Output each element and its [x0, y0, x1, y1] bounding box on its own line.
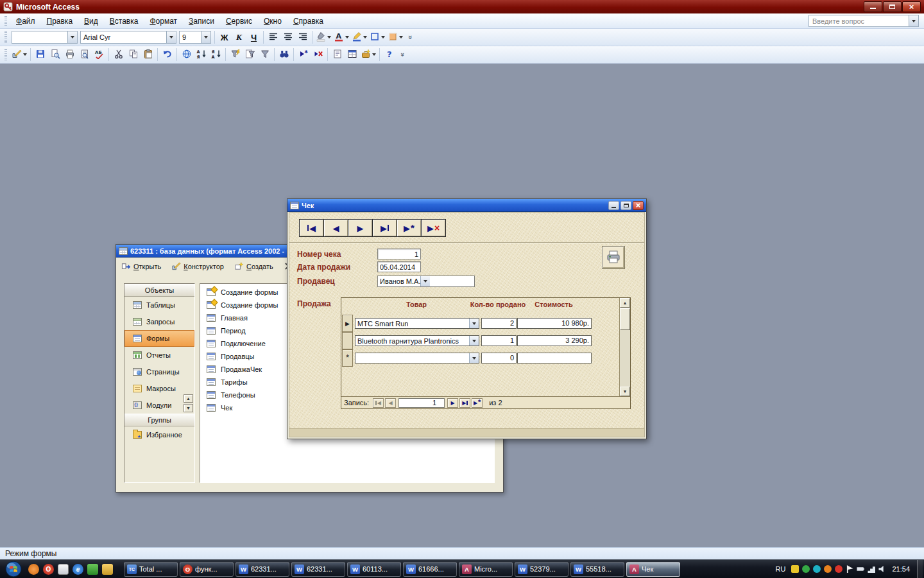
product-combo[interactable]: МТС Smart Run	[355, 318, 479, 329]
chevron-down-icon[interactable]	[469, 353, 479, 363]
taskbar-button-word-3[interactable]: 60113...	[347, 562, 401, 577]
chevron-down-icon[interactable]	[399, 36, 403, 39]
tray-status-icon-orange[interactable]	[824, 565, 832, 573]
title-bar[interactable]: Microsoft Access	[0, 0, 924, 13]
taskbar-button-total-commander[interactable]: Total ...	[124, 562, 178, 577]
line-color-button[interactable]	[350, 30, 368, 44]
record-selector[interactable]	[342, 332, 353, 349]
tray-status-icon-green[interactable]	[802, 565, 810, 573]
font-size-combo[interactable]: 9	[179, 31, 211, 44]
previous-record-button[interactable]	[323, 219, 348, 237]
help-button[interactable]: ?	[382, 48, 397, 62]
cut-button[interactable]	[111, 48, 126, 62]
object-selector-combo[interactable]	[12, 31, 78, 44]
product-combo[interactable]: Bluetooth гарнитура Plantronics	[355, 335, 479, 346]
chevron-down-icon[interactable]	[23, 53, 27, 56]
seller-combo[interactable]: Иванов М.А.	[377, 276, 475, 287]
filter-by-form-button[interactable]	[243, 48, 257, 62]
new-record-button[interactable]	[472, 398, 483, 408]
sidebar-item-forms[interactable]: Формы	[124, 330, 194, 347]
taskbar-button-opera[interactable]: функ...	[180, 562, 234, 577]
apply-filter-button[interactable]	[257, 48, 272, 62]
quick-launch-ie-icon[interactable]	[73, 564, 83, 575]
sidebar-item-reports[interactable]: Отчеты	[124, 347, 194, 363]
menu-records[interactable]: Записи	[183, 15, 220, 28]
taskbar-button-word-1[interactable]: 62331...	[235, 562, 289, 577]
sort-ascending-button[interactable]: АЯ	[194, 48, 209, 62]
chevron-down-icon[interactable]	[166, 31, 176, 43]
taskbar-button-word-5[interactable]: 52379...	[515, 562, 569, 577]
action-center-flag-icon[interactable]	[846, 565, 853, 573]
toolbar-grip[interactable]	[4, 31, 7, 43]
scrollbar-thumb[interactable]	[620, 308, 630, 330]
cost-field[interactable]: 3 290р.	[517, 335, 592, 346]
special-effect-button[interactable]	[386, 30, 404, 44]
font-color-button[interactable]: А	[332, 30, 350, 44]
taskbar-button-word-2[interactable]: 62331...	[291, 562, 345, 577]
font-name-combo[interactable]: Arial Cyr	[80, 31, 176, 44]
chevron-down-icon[interactable]	[327, 36, 331, 39]
sort-descending-button[interactable]: ЯА	[209, 48, 223, 62]
chevron-down-icon[interactable]	[381, 36, 385, 39]
sidebar-item-queries[interactable]: Запросы	[124, 313, 194, 330]
menu-window[interactable]: Окно	[258, 15, 287, 28]
new-object-button[interactable]	[359, 48, 377, 62]
delete-record-button[interactable]	[421, 219, 446, 237]
sidebar-item-favorites[interactable]: Избранное	[124, 426, 194, 443]
chevron-down-icon[interactable]	[909, 15, 918, 26]
subform-scrollbar[interactable]	[619, 298, 630, 396]
ask-question-input[interactable]: Введите вопрос	[809, 15, 919, 27]
chevron-down-icon[interactable]	[469, 319, 479, 328]
current-record-field[interactable]: 1	[398, 398, 445, 408]
clock[interactable]: 21:54	[892, 565, 910, 573]
insert-hyperlink-button[interactable]	[179, 48, 194, 62]
chevron-down-icon[interactable]	[345, 36, 349, 39]
properties-button[interactable]	[330, 48, 345, 62]
groups-header[interactable]: Группы	[124, 414, 194, 426]
line-width-button[interactable]	[368, 30, 386, 44]
chevron-down-icon[interactable]	[420, 276, 430, 286]
chevron-down-icon[interactable]	[201, 31, 210, 43]
cost-field[interactable]	[517, 353, 592, 363]
tray-alert-icon[interactable]	[835, 565, 843, 573]
next-record-button[interactable]	[447, 398, 458, 408]
quick-launch-folder-icon[interactable]	[102, 564, 113, 575]
record-selector-new[interactable]	[342, 349, 353, 367]
scroll-down-button[interactable]	[620, 387, 630, 396]
receipt-number-field[interactable]: 1	[377, 249, 421, 259]
first-record-button[interactable]	[373, 398, 384, 408]
minimize-button[interactable]	[608, 201, 619, 210]
volume-icon[interactable]	[878, 565, 886, 573]
last-record-button[interactable]	[459, 398, 470, 408]
underline-button[interactable]: Ч	[246, 30, 261, 44]
print-receipt-button[interactable]	[602, 246, 625, 269]
print-preview-button[interactable]	[77, 48, 92, 62]
toolbar-options-button[interactable]	[399, 48, 407, 62]
sidebar-item-pages[interactable]: Страницы	[124, 363, 194, 380]
new-record-button[interactable]	[397, 219, 422, 237]
toolbar-grip[interactable]	[4, 16, 7, 26]
cost-field[interactable]: 10 980р.	[517, 318, 592, 329]
copy-button[interactable]	[126, 48, 141, 62]
chevron-down-icon[interactable]	[469, 336, 479, 346]
toolbar-options-button[interactable]	[407, 30, 415, 44]
start-button[interactable]	[5, 561, 22, 577]
previous-record-button[interactable]	[385, 398, 396, 408]
toolbar-grip[interactable]	[4, 49, 7, 60]
maximize-button[interactable]	[883, 1, 902, 12]
close-button[interactable]	[902, 1, 921, 12]
network-icon[interactable]	[868, 565, 875, 573]
scroll-up-button[interactable]	[620, 298, 630, 308]
taskbar-button-word-4[interactable]: 61666...	[403, 562, 457, 577]
taskbar-button-access-main[interactable]: Micro...	[459, 562, 513, 577]
record-selector-current[interactable]	[342, 315, 353, 332]
quick-launch-icon-1[interactable]	[28, 564, 39, 575]
menu-edit[interactable]: Правка	[41, 15, 79, 28]
delete-record-button[interactable]	[311, 48, 325, 62]
quick-launch-opera-icon[interactable]	[43, 564, 54, 575]
next-record-button[interactable]	[348, 219, 373, 237]
quick-launch-icon-5[interactable]	[87, 564, 98, 575]
paste-button[interactable]	[141, 48, 155, 62]
menu-tools[interactable]: Сервис	[220, 15, 258, 28]
quick-launch-notepad-icon[interactable]	[58, 564, 69, 575]
